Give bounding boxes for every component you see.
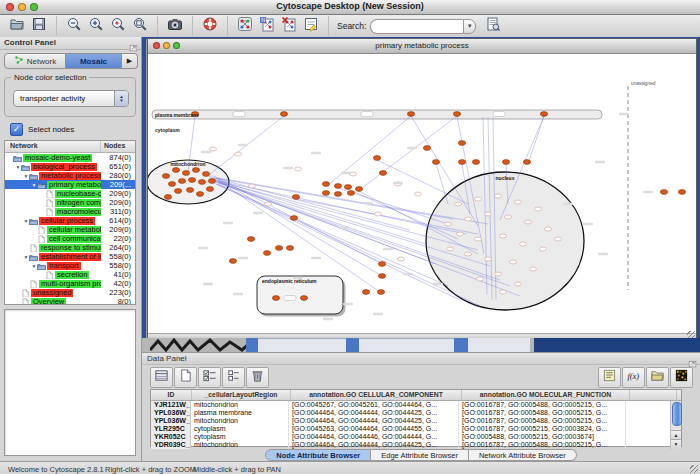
tree-row[interactable]: cellular metaboli209(0) xyxy=(5,225,135,234)
table-cell[interactable]: [GO:0045263, GO:0044464, GO:0044455, G..… xyxy=(289,425,459,433)
scrollbar-thumb[interactable] xyxy=(672,402,682,426)
network-edge[interactable] xyxy=(377,160,468,204)
attribute-table-header[interactable]: ID_cellularLayoutRegionannotation.GO CEL… xyxy=(151,390,681,401)
network-node[interactable] xyxy=(465,252,472,256)
network-node[interactable] xyxy=(545,227,552,231)
zoom-out-button[interactable] xyxy=(63,17,85,35)
network-node-selected[interactable] xyxy=(472,160,479,165)
network-node[interactable] xyxy=(295,167,302,171)
network-node-selected[interactable] xyxy=(344,185,351,190)
network-node-selected[interactable] xyxy=(373,156,380,161)
network-node-selected[interactable] xyxy=(182,171,189,176)
tab-edge-attribute-browser[interactable]: Edge Attribute Browser xyxy=(371,449,469,461)
network-node-selected[interactable] xyxy=(423,146,430,151)
matrix-view-button[interactable] xyxy=(670,367,693,388)
region-plasma-membrane[interactable] xyxy=(152,110,602,119)
network-node-selected[interactable] xyxy=(172,168,179,173)
table-cell[interactable]: plasma membrane xyxy=(191,409,289,417)
network-node[interactable] xyxy=(485,212,492,216)
column-header[interactable]: _cellularLayoutRegion xyxy=(192,390,291,400)
network-node[interactable] xyxy=(455,202,462,206)
tree-row[interactable]: ▼transport558(0) xyxy=(5,261,135,270)
zoom-fit-button[interactable] xyxy=(129,17,151,35)
network-node[interactable] xyxy=(375,212,382,216)
network-node[interactable] xyxy=(515,282,522,286)
tree-row[interactable]: secretion41(0) xyxy=(5,270,135,279)
network-node[interactable] xyxy=(495,272,502,276)
network-node[interactable] xyxy=(535,207,542,211)
delete-attribute-button[interactable] xyxy=(246,367,269,388)
tree-row[interactable]: ▼cellular process614(0) xyxy=(5,216,135,225)
table-row[interactable]: YLR295Ccytoplasm[GO:0045263, GO:0044464,… xyxy=(151,425,681,433)
network-node-selected[interactable] xyxy=(379,171,386,176)
tree-row[interactable]: ▼establishment of loc558(0) xyxy=(5,252,135,261)
network-node-selected[interactable] xyxy=(322,182,329,187)
tree-row[interactable]: mosaic-demo-yeast874(0) xyxy=(5,153,135,162)
tree-row[interactable]: multi-organism pro42(0) xyxy=(5,279,135,288)
network-node-selected[interactable] xyxy=(362,290,369,295)
network-column-header[interactable]: Network xyxy=(10,142,38,149)
table-cell[interactable]: YDR039C__1 xyxy=(151,441,191,449)
network-node-selected[interactable] xyxy=(453,112,460,117)
tab-node-attribute-browser[interactable]: Node Attribute Browser xyxy=(265,449,371,461)
table-cell[interactable]: [GO:0016787, GO:0005488, GO:0005215, G..… xyxy=(459,441,626,449)
network-node-selected[interactable] xyxy=(168,182,175,187)
app-resize-grip[interactable] xyxy=(690,465,698,473)
network-node-selected[interactable] xyxy=(286,246,293,251)
network-node[interactable] xyxy=(265,202,272,206)
network-node-selected[interactable] xyxy=(355,187,362,192)
float-panel-icon[interactable] xyxy=(688,354,697,363)
network-node-selected[interactable] xyxy=(280,112,287,117)
nodes-column-header[interactable]: Nodes xyxy=(104,142,125,149)
table-cell[interactable]: YPL036W__2 xyxy=(151,409,191,417)
network-node[interactable] xyxy=(555,237,562,241)
network-node[interactable] xyxy=(457,232,464,236)
table-row[interactable]: YKR052Ccytoplasm[GO:0044464, GO:0044446,… xyxy=(151,433,681,441)
function-builder-button[interactable]: f(x) xyxy=(622,367,645,388)
column-header[interactable]: annotation.GO CELLULAR_COMPONENT xyxy=(291,390,462,400)
network-node-selected[interactable] xyxy=(206,187,213,192)
network-node[interactable] xyxy=(447,247,454,251)
network-node-selected[interactable] xyxy=(247,237,254,242)
search-dropdown-icon[interactable]: ▼ xyxy=(463,19,476,34)
network-node-selected[interactable] xyxy=(407,112,414,117)
network-node-selected[interactable] xyxy=(263,251,270,256)
tab-mosaic[interactable]: Mosaic xyxy=(66,53,122,69)
network-node-selected[interactable] xyxy=(229,259,236,264)
network-node-selected[interactable] xyxy=(272,296,279,301)
table-cell[interactable]: YPL036W__1 xyxy=(151,417,191,425)
network-node-selected[interactable] xyxy=(186,188,193,193)
select-nodes-checkbox[interactable]: ✓ xyxy=(10,123,23,136)
network-node-selected[interactable] xyxy=(540,112,547,117)
network-node-selected[interactable] xyxy=(378,262,385,267)
select-attributes-button[interactable] xyxy=(198,367,221,388)
region-nucleus[interactable] xyxy=(426,172,584,310)
network-node[interactable] xyxy=(475,237,482,241)
network-node[interactable] xyxy=(520,242,527,246)
tree-row[interactable]: response to stimulu264(0) xyxy=(5,243,135,252)
table-scrollbar[interactable]: ▲ ▼ xyxy=(670,401,681,449)
table-cell[interactable]: YKR052C xyxy=(151,433,191,441)
network-node[interactable] xyxy=(445,222,452,226)
tab-network-attribute-browser[interactable]: Network Attribute Browser xyxy=(469,449,577,461)
network-node[interactable] xyxy=(249,184,256,188)
column-header[interactable]: annotation.GO MOLECULAR_FUNCTION xyxy=(462,390,630,400)
network-node-selected[interactable] xyxy=(292,195,299,200)
attribute-table-button[interactable] xyxy=(150,367,173,388)
network-node[interactable] xyxy=(510,260,517,264)
network-node[interactable] xyxy=(210,147,217,151)
network-node-selected[interactable] xyxy=(322,191,329,196)
search-input[interactable] xyxy=(370,19,463,34)
network-node[interactable] xyxy=(398,257,405,261)
network-edge[interactable] xyxy=(436,164,448,204)
network-node-selected[interactable] xyxy=(432,160,439,165)
table-row[interactable]: YJR121W__1mitochondrion[GO:0045267, GO:0… xyxy=(151,401,681,409)
scroll-down-icon[interactable]: ▼ xyxy=(671,439,681,449)
table-row[interactable]: YPL036W__1mitochondrion[GO:0044464, GO:0… xyxy=(151,417,681,425)
save-button[interactable] xyxy=(28,17,50,35)
network-node-selected[interactable] xyxy=(202,172,209,177)
network-node-selected[interactable] xyxy=(458,141,465,146)
table-cell[interactable]: cytoplasm xyxy=(191,425,289,433)
zoom-in-button[interactable] xyxy=(85,17,107,35)
network-node-selected[interactable] xyxy=(192,168,199,173)
